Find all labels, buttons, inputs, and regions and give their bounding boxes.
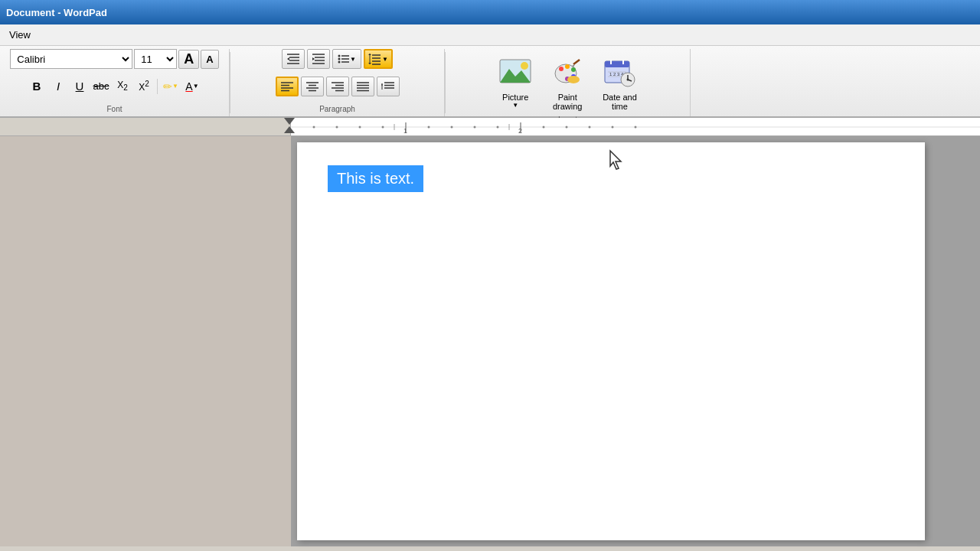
svg-point-81 [497, 126, 499, 128]
indent-bottom-arrow [284, 126, 295, 133]
subscript-button[interactable]: X2 [113, 77, 132, 96]
align-center-icon [305, 81, 319, 92]
italic-button[interactable]: I [48, 77, 68, 96]
para-bottom-row [276, 77, 400, 96]
ribbon: Calibri 11 A A B I [0, 46, 980, 118]
ruler-ticks-left: 0 [0, 118, 291, 136]
svg-point-73 [313, 126, 315, 128]
grow-shrink-area: A A [178, 50, 218, 69]
list-icon [338, 54, 350, 64]
indent-top-arrow [284, 118, 295, 125]
bold-button[interactable]: B [27, 77, 47, 96]
svg-point-49 [565, 64, 570, 69]
paragraph-group: ▼ ▼ [230, 49, 445, 116]
picture-icon [498, 58, 532, 91]
svg-marker-21 [368, 54, 371, 55]
svg-point-87 [635, 126, 637, 128]
date-time-button[interactable]: 1 2 3 4 5 Date andtime [596, 55, 643, 114]
paint-drawing-icon [550, 58, 584, 91]
svg-point-80 [474, 126, 476, 128]
title-bar: Document - WordPad [0, 0, 980, 24]
left-panel [0, 136, 291, 546]
svg-point-83 [543, 126, 545, 128]
ruler: 0 1 2 [0, 118, 980, 136]
svg-point-84 [566, 126, 568, 128]
svg-point-74 [336, 126, 338, 128]
font-group-label: Font [106, 105, 122, 113]
align-center-button[interactable] [301, 77, 324, 96]
date-time-label: Date andtime [603, 93, 637, 111]
indent-marker [284, 118, 295, 133]
list-dropdown-arrow: ▼ [350, 56, 356, 63]
insert-content: Picture ▼ [452, 52, 684, 124]
svg-marker-22 [368, 63, 371, 64]
increase-indent-button[interactable] [307, 49, 330, 69]
paragraph-group-label: Paragraph [319, 105, 355, 113]
svg-point-53 [567, 76, 580, 83]
svg-point-86 [612, 126, 614, 128]
svg-point-79 [451, 126, 453, 128]
dropdown-arrow2: ▼ [193, 83, 199, 90]
align-right-icon [331, 81, 345, 92]
font-group: Calibri 11 A A B I [0, 49, 230, 116]
font-top-row: Calibri 11 A A [10, 49, 218, 69]
svg-text:2: 2 [518, 127, 522, 135]
date-time-icon: 1 2 3 4 5 [603, 58, 637, 91]
paint-drawing-label: Paintdrawing [553, 93, 583, 111]
font-color-button[interactable]: A ▼ [182, 77, 202, 96]
align-right-button[interactable] [326, 77, 349, 96]
svg-point-12 [338, 58, 341, 60]
svg-point-85 [589, 126, 591, 128]
line-spacing-icon [368, 53, 382, 65]
decrease-indent-button[interactable] [282, 49, 305, 69]
shrink-font-button[interactable]: A [201, 50, 218, 69]
grow-font-button[interactable]: A [178, 50, 199, 69]
menu-bar: View [0, 24, 980, 46]
justify-icon [356, 81, 370, 92]
content-area: This is text. [0, 136, 980, 546]
svg-point-75 [359, 126, 361, 128]
superscript-button[interactable]: X2 [134, 77, 154, 96]
line-spacing-dropdown-arrow: ▼ [382, 56, 388, 63]
para-top-row: ▼ ▼ [282, 49, 393, 69]
svg-marker-4 [287, 57, 289, 60]
svg-point-48 [559, 67, 564, 71]
highlight-button[interactable]: ✏ ▼ [161, 77, 181, 96]
increase-indent-icon [311, 52, 326, 66]
para-spacing-button[interactable] [377, 77, 400, 96]
picture-dropdown: ▼ [512, 102, 518, 109]
insert-group: Picture ▼ [446, 49, 691, 116]
font-name-select[interactable]: Calibri [10, 49, 132, 69]
para-spacing-icon [381, 81, 395, 92]
font-size-select[interactable]: 11 [134, 49, 177, 69]
svg-marker-43 [381, 83, 383, 86]
selected-text[interactable]: This is text. [328, 165, 423, 192]
paint-drawing-button[interactable]: Paintdrawing [544, 55, 590, 114]
justify-button[interactable] [351, 77, 374, 96]
svg-text:1: 1 [403, 127, 407, 135]
dropdown-arrow: ▼ [172, 83, 178, 90]
insert-buttons-row: Picture ▼ [452, 52, 684, 114]
ruler-marks: 1 2 [291, 118, 980, 136]
ribbon-sections: Calibri 11 A A B I [0, 49, 980, 116]
document-area[interactable]: This is text. [291, 136, 980, 546]
line-spacing-button[interactable]: ▼ [364, 49, 393, 69]
picture-button[interactable]: Picture ▼ [492, 55, 538, 112]
svg-point-46 [521, 62, 528, 70]
ruler-white: 1 2 [291, 118, 980, 135]
menu-view[interactable]: View [3, 28, 37, 42]
font-bottom-row: B I U abc X2 X2 ✏ [27, 77, 202, 96]
decrease-indent-icon [286, 52, 301, 66]
underline-button[interactable]: U [70, 77, 90, 96]
align-left-button[interactable] [276, 77, 299, 96]
svg-rect-57 [605, 61, 629, 67]
align-left-icon [280, 81, 294, 92]
list-button[interactable]: ▼ [332, 49, 361, 69]
svg-point-14 [338, 61, 341, 64]
svg-marker-9 [312, 57, 315, 60]
document-page[interactable]: This is text. [297, 142, 925, 540]
svg-point-50 [571, 67, 576, 72]
svg-point-78 [428, 126, 430, 128]
divider [157, 79, 158, 94]
strikethrough-button[interactable]: abc [91, 77, 111, 96]
